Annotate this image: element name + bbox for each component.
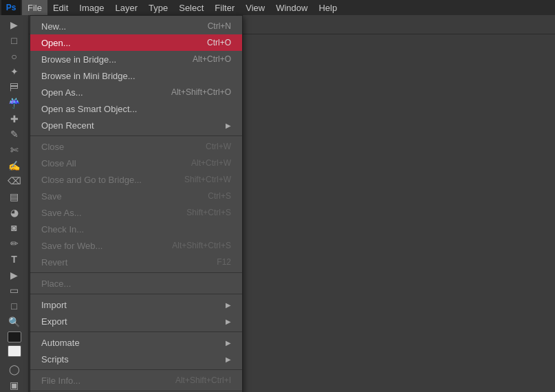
screen-mode[interactable]: ▣ bbox=[3, 378, 26, 392]
menu-edit[interactable]: Edit bbox=[47, 0, 74, 15]
quick-mask[interactable]: ◯ bbox=[3, 362, 26, 377]
menu-item-file-info: File Info...Alt+Shift+Ctrl+I bbox=[30, 372, 242, 389]
separator-after-file-info bbox=[30, 391, 242, 391]
tool-rectangle[interactable]: ▭ bbox=[3, 283, 26, 298]
menu-item-label-open: Open... bbox=[41, 38, 193, 48]
tool-zoom[interactable]: 🔍 bbox=[3, 314, 26, 329]
menu-item-label-close-all: Close All bbox=[41, 158, 177, 168]
menu-item-save-as: Save As...Shift+Ctrl+S bbox=[30, 204, 242, 221]
menu-item-close-go-bridge: Close and Go to Bridge...Shift+Ctrl+W bbox=[30, 171, 242, 188]
menu-item-export[interactable]: Export▶ bbox=[30, 313, 242, 329]
menu-item-close-all: Close AllAlt+Ctrl+W bbox=[30, 155, 242, 171]
submenu-arrow-import: ▶ bbox=[226, 301, 231, 309]
tool-crop[interactable]: ⛿ bbox=[3, 80, 26, 95]
left-toolbar: ▶ □ ○ ✦ ⛿ ☔ ✚ ✎ ✄ ✍ ⌫ ▤ ◕ ◙ ✏ T ▶ ▭ □ 🔍 … bbox=[0, 15, 29, 392]
menu-item-open[interactable]: Open...Ctrl+O bbox=[30, 34, 242, 51]
tool-pen[interactable]: ✏ bbox=[3, 237, 26, 251]
menu-item-label-file-info: File Info... bbox=[41, 375, 162, 386]
menu-image[interactable]: Image bbox=[74, 0, 109, 15]
submenu-arrow-open-recent: ▶ bbox=[226, 122, 231, 129]
menu-item-new[interactable]: New...Ctrl+N bbox=[30, 18, 242, 34]
menu-item-browse-mini-bridge[interactable]: Browse in Mini Bridge... bbox=[30, 67, 242, 84]
menu-item-label-open-smart: Open as Smart Object... bbox=[41, 104, 231, 114]
tool-brush[interactable]: ✎ bbox=[3, 127, 26, 142]
menu-bar: Ps File Edit Image Layer Type Select Fil… bbox=[0, 0, 555, 15]
menu-item-shortcut-file-info: Alt+Shift+Ctrl+I bbox=[175, 375, 231, 385]
tool-dodge[interactable]: ◙ bbox=[3, 221, 26, 235]
menu-item-automate[interactable]: Automate▶ bbox=[30, 334, 242, 351]
tool-magic-wand[interactable]: ✦ bbox=[3, 65, 26, 79]
separator-after-open-recent bbox=[30, 135, 242, 136]
menu-item-label-automate: Automate bbox=[41, 338, 226, 348]
menu-item-shortcut-browse-bridge: Alt+Ctrl+O bbox=[193, 54, 231, 64]
menu-item-shortcut-save: Ctrl+S bbox=[208, 191, 231, 201]
menu-item-label-close-go-bridge: Close and Go to Bridge... bbox=[41, 175, 171, 185]
menu-item-label-revert: Revert bbox=[41, 257, 203, 268]
tool-clone[interactable]: ✄ bbox=[3, 143, 26, 157]
menu-item-label-scripts: Scripts bbox=[41, 354, 226, 364]
menu-item-place: Place... bbox=[30, 275, 242, 292]
menu-type[interactable]: Type bbox=[143, 0, 173, 15]
tool-lasso[interactable]: ○ bbox=[3, 49, 26, 63]
menu-item-shortcut-close-all: Alt+Ctrl+W bbox=[191, 158, 231, 168]
tool-history-brush[interactable]: ✍ bbox=[3, 158, 26, 173]
menu-item-scripts[interactable]: Scripts▶ bbox=[30, 351, 242, 367]
separator-after-place bbox=[30, 294, 242, 294]
tool-blur[interactable]: ◕ bbox=[3, 205, 26, 219]
menu-item-label-check-in: Check In... bbox=[41, 224, 231, 235]
menu-item-shortcut-open: Ctrl+O bbox=[207, 38, 231, 47]
menu-item-check-in: Check In... bbox=[30, 221, 242, 237]
ps-logo: Ps bbox=[1, 0, 21, 15]
menu-item-save-web: Save for Web...Alt+Shift+Ctrl+S bbox=[30, 237, 242, 254]
menu-filter[interactable]: Filter bbox=[209, 0, 240, 15]
menu-item-shortcut-open-as: Alt+Shift+Ctrl+O bbox=[171, 87, 231, 97]
tool-marquee[interactable]: □ bbox=[3, 34, 26, 48]
menu-item-label-save-web: Save for Web... bbox=[41, 241, 158, 251]
menu-item-label-export: Export bbox=[41, 316, 226, 327]
menu-item-shortcut-save-as: Shift+Ctrl+S bbox=[186, 208, 231, 217]
menu-item-shortcut-close-go-bridge: Shift+Ctrl+W bbox=[184, 175, 231, 184]
menu-window[interactable]: Window bbox=[270, 0, 313, 15]
menu-item-open-recent[interactable]: Open Recent▶ bbox=[30, 117, 242, 133]
tool-eyedropper[interactable]: ☔ bbox=[3, 96, 26, 111]
tool-gradient[interactable]: ▤ bbox=[3, 190, 26, 204]
menu-file[interactable]: File bbox=[22, 0, 47, 15]
menu-item-label-save: Save bbox=[41, 191, 194, 202]
menu-item-shortcut-new: Ctrl+N bbox=[208, 21, 231, 31]
menu-item-shortcut-close: Ctrl+W bbox=[206, 142, 231, 151]
submenu-arrow-automate: ▶ bbox=[226, 339, 231, 347]
menu-item-label-open-recent: Open Recent bbox=[41, 120, 226, 131]
foreground-color[interactable] bbox=[8, 331, 21, 342]
separator-after-revert bbox=[30, 272, 242, 273]
menu-layer[interactable]: Layer bbox=[110, 0, 144, 15]
menu-help[interactable]: Help bbox=[313, 0, 342, 15]
menu-item-label-save-as: Save As... bbox=[41, 208, 173, 218]
tool-eraser[interactable]: ⌫ bbox=[3, 174, 26, 188]
background-color[interactable] bbox=[8, 345, 21, 356]
menu-item-label-close: Close bbox=[41, 142, 192, 152]
menu-view[interactable]: View bbox=[240, 0, 270, 15]
tool-type[interactable]: T bbox=[3, 252, 26, 267]
separator-after-export bbox=[30, 331, 242, 332]
menu-item-shortcut-save-web: Alt+Shift+Ctrl+S bbox=[172, 241, 231, 250]
submenu-arrow-scripts: ▶ bbox=[226, 356, 231, 363]
tool-3d[interactable]: □ bbox=[3, 299, 26, 314]
separator-after-scripts bbox=[30, 369, 242, 370]
menu-select[interactable]: Select bbox=[173, 0, 209, 15]
tool-move[interactable]: ▶ bbox=[3, 18, 26, 32]
menu-item-save: SaveCtrl+S bbox=[30, 188, 242, 204]
menu-item-import[interactable]: Import▶ bbox=[30, 296, 242, 313]
menu-item-label-browse-bridge: Browse in Bridge... bbox=[41, 54, 179, 65]
menu-item-open-as[interactable]: Open As...Alt+Shift+Ctrl+O bbox=[30, 84, 242, 100]
menu-item-close: CloseCtrl+W bbox=[30, 138, 242, 155]
tool-path-selection[interactable]: ▶ bbox=[3, 268, 26, 282]
menu-item-browse-bridge[interactable]: Browse in Bridge...Alt+Ctrl+O bbox=[30, 51, 242, 67]
menu-item-shortcut-revert: F12 bbox=[217, 257, 231, 267]
tool-healing[interactable]: ✚ bbox=[3, 111, 26, 126]
menu-item-label-place: Place... bbox=[41, 279, 231, 289]
menu-item-label-new: New... bbox=[41, 21, 194, 32]
submenu-arrow-export: ▶ bbox=[226, 318, 231, 325]
menu-item-label-browse-mini-bridge: Browse in Mini Bridge... bbox=[41, 71, 231, 81]
file-dropdown-menu: New...Ctrl+NOpen...Ctrl+OBrowse in Bridg… bbox=[30, 15, 243, 392]
menu-item-open-smart[interactable]: Open as Smart Object... bbox=[30, 100, 242, 117]
